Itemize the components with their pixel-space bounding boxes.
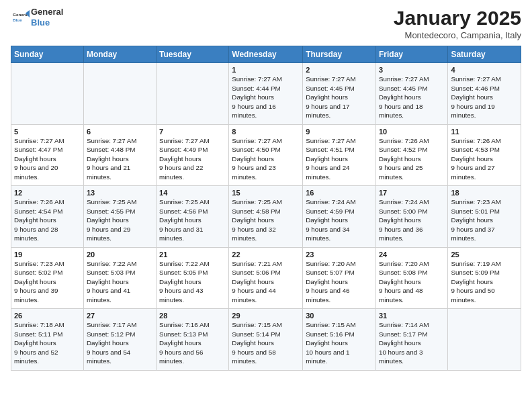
weekday-header-wednesday: Wednesday: [229, 46, 303, 63]
cell-info: Sunrise: 7:25 AMSunset: 4:58 PMDaylight …: [232, 197, 300, 243]
cell-info: Sunrise: 7:14 AMSunset: 5:17 PMDaylight …: [379, 320, 445, 366]
day-number: 8: [232, 128, 300, 136]
cell-info: Sunrise: 7:25 AMSunset: 4:55 PMDaylight …: [87, 197, 153, 243]
calendar-cell: 24Sunrise: 7:20 AMSunset: 5:08 PMDayligh…: [375, 247, 447, 309]
logo-icon: General Blue: [11, 8, 30, 27]
weekday-header-friday: Friday: [375, 46, 447, 63]
calendar-cell: [448, 309, 521, 371]
location-subtitle: Montedecoro, Campania, Italy: [394, 30, 521, 40]
calendar-cell: 3Sunrise: 7:27 AMSunset: 4:45 PMDaylight…: [375, 63, 447, 125]
calendar-page: General Blue General Blue January 2025 M…: [0, 0, 532, 411]
calendar-week-row: 5Sunrise: 7:27 AMSunset: 4:47 PMDaylight…: [11, 124, 521, 186]
cell-info: Sunrise: 7:27 AMSunset: 4:45 PMDaylight …: [379, 75, 445, 120]
cell-info: Sunrise: 7:24 AMSunset: 4:59 PMDaylight …: [306, 197, 373, 243]
day-number: 11: [451, 128, 518, 136]
day-number: 30: [306, 312, 373, 320]
day-number: 2: [306, 66, 373, 74]
day-number: 21: [159, 250, 226, 259]
day-number: 15: [232, 189, 300, 197]
day-number: 14: [159, 189, 226, 197]
cell-info: Sunrise: 7:21 AMSunset: 5:06 PMDaylight …: [232, 259, 300, 305]
calendar-cell: 11Sunrise: 7:26 AMSunset: 4:53 PMDayligh…: [448, 124, 521, 186]
cell-info: Sunrise: 7:15 AMSunset: 5:16 PMDaylight …: [306, 320, 373, 366]
day-number: 5: [14, 128, 81, 136]
calendar-cell: 29Sunrise: 7:15 AMSunset: 5:14 PMDayligh…: [229, 309, 303, 371]
day-number: 7: [159, 128, 226, 136]
day-number: 10: [379, 128, 445, 136]
calendar-cell: 31Sunrise: 7:14 AMSunset: 5:17 PMDayligh…: [375, 309, 447, 371]
calendar-cell: 23Sunrise: 7:20 AMSunset: 5:07 PMDayligh…: [303, 247, 376, 309]
cell-info: Sunrise: 7:17 AMSunset: 5:12 PMDaylight …: [87, 320, 153, 366]
calendar-cell: 6Sunrise: 7:27 AMSunset: 4:48 PMDaylight…: [83, 124, 156, 186]
calendar-cell: 17Sunrise: 7:24 AMSunset: 5:00 PMDayligh…: [375, 186, 447, 248]
calendar-cell: 25Sunrise: 7:19 AMSunset: 5:09 PMDayligh…: [448, 247, 521, 309]
day-number: 31: [379, 312, 445, 320]
cell-info: Sunrise: 7:27 AMSunset: 4:44 PMDaylight …: [232, 75, 300, 120]
day-number: 26: [14, 312, 81, 320]
day-number: 27: [87, 312, 153, 320]
day-number: 20: [87, 250, 153, 259]
cell-info: Sunrise: 7:23 AMSunset: 5:01 PMDaylight …: [451, 197, 518, 243]
day-number: 12: [14, 189, 81, 197]
day-number: 25: [451, 250, 518, 259]
weekday-header-sunday: Sunday: [11, 46, 84, 63]
calendar-cell: [157, 63, 229, 125]
calendar-cell: 26Sunrise: 7:18 AMSunset: 5:11 PMDayligh…: [11, 309, 84, 371]
calendar-cell: 12Sunrise: 7:26 AMSunset: 4:54 PMDayligh…: [11, 186, 84, 248]
month-title: January 2025: [394, 7, 521, 29]
cell-info: Sunrise: 7:27 AMSunset: 4:50 PMDaylight …: [232, 136, 300, 182]
day-number: 1: [232, 66, 300, 74]
calendar-cell: 9Sunrise: 7:27 AMSunset: 4:51 PMDaylight…: [303, 124, 376, 186]
cell-info: Sunrise: 7:22 AMSunset: 5:03 PMDaylight …: [87, 259, 153, 305]
cell-info: Sunrise: 7:20 AMSunset: 5:07 PMDaylight …: [306, 259, 373, 305]
calendar-cell: 8Sunrise: 7:27 AMSunset: 4:50 PMDaylight…: [229, 124, 303, 186]
calendar-week-row: 19Sunrise: 7:23 AMSunset: 5:02 PMDayligh…: [11, 247, 521, 309]
day-number: 13: [87, 189, 153, 197]
cell-info: Sunrise: 7:26 AMSunset: 4:52 PMDaylight …: [379, 136, 445, 182]
calendar-cell: [83, 63, 156, 125]
title-block: January 2025 Montedecoro, Campania, Ital…: [394, 7, 521, 40]
header: General Blue General Blue January 2025 M…: [11, 7, 521, 40]
calendar-cell: 28Sunrise: 7:16 AMSunset: 5:13 PMDayligh…: [157, 309, 229, 371]
cell-info: Sunrise: 7:24 AMSunset: 5:00 PMDaylight …: [379, 197, 445, 243]
cell-info: Sunrise: 7:19 AMSunset: 5:09 PMDaylight …: [451, 259, 518, 305]
cell-info: Sunrise: 7:22 AMSunset: 5:05 PMDaylight …: [159, 259, 226, 305]
calendar-cell: 2Sunrise: 7:27 AMSunset: 4:45 PMDaylight…: [303, 63, 376, 125]
day-number: 16: [306, 189, 373, 197]
weekday-header-tuesday: Tuesday: [157, 46, 229, 63]
cell-info: Sunrise: 7:20 AMSunset: 5:08 PMDaylight …: [379, 259, 445, 305]
logo-blue: Blue: [31, 17, 50, 28]
cell-info: Sunrise: 7:27 AMSunset: 4:46 PMDaylight …: [451, 75, 518, 120]
day-number: 6: [87, 128, 153, 136]
day-number: 22: [232, 250, 300, 259]
calendar-cell: 30Sunrise: 7:15 AMSunset: 5:16 PMDayligh…: [303, 309, 376, 371]
day-number: 29: [232, 312, 300, 320]
day-number: 19: [14, 250, 81, 259]
calendar-cell: 21Sunrise: 7:22 AMSunset: 5:05 PMDayligh…: [157, 247, 229, 309]
cell-info: Sunrise: 7:26 AMSunset: 4:53 PMDaylight …: [451, 136, 518, 182]
calendar-table: SundayMondayTuesdayWednesdayThursdayFrid…: [11, 46, 521, 371]
calendar-cell: 7Sunrise: 7:27 AMSunset: 4:49 PMDaylight…: [157, 124, 229, 186]
weekday-header-row: SundayMondayTuesdayWednesdayThursdayFrid…: [11, 46, 521, 63]
cell-info: Sunrise: 7:27 AMSunset: 4:45 PMDaylight …: [306, 75, 373, 120]
calendar-week-row: 12Sunrise: 7:26 AMSunset: 4:54 PMDayligh…: [11, 186, 521, 248]
cell-info: Sunrise: 7:26 AMSunset: 4:54 PMDaylight …: [14, 197, 81, 243]
calendar-cell: 15Sunrise: 7:25 AMSunset: 4:58 PMDayligh…: [229, 186, 303, 248]
cell-info: Sunrise: 7:18 AMSunset: 5:11 PMDaylight …: [14, 320, 81, 366]
calendar-cell: 4Sunrise: 7:27 AMSunset: 4:46 PMDaylight…: [448, 63, 521, 125]
calendar-week-row: 1Sunrise: 7:27 AMSunset: 4:44 PMDaylight…: [11, 63, 521, 125]
cell-info: Sunrise: 7:27 AMSunset: 4:51 PMDaylight …: [306, 136, 373, 182]
day-number: 24: [379, 250, 445, 259]
cell-info: Sunrise: 7:16 AMSunset: 5:13 PMDaylight …: [159, 320, 226, 366]
day-number: 18: [451, 189, 518, 197]
day-number: 23: [306, 250, 373, 259]
svg-text:Blue: Blue: [13, 17, 22, 22]
weekday-header-saturday: Saturday: [448, 46, 521, 63]
day-number: 28: [159, 312, 226, 320]
calendar-cell: 14Sunrise: 7:25 AMSunset: 4:56 PMDayligh…: [157, 186, 229, 248]
cell-info: Sunrise: 7:23 AMSunset: 5:02 PMDaylight …: [14, 259, 81, 305]
calendar-cell: 13Sunrise: 7:25 AMSunset: 4:55 PMDayligh…: [83, 186, 156, 248]
day-number: 9: [306, 128, 373, 136]
cell-info: Sunrise: 7:15 AMSunset: 5:14 PMDaylight …: [232, 320, 300, 366]
day-number: 3: [379, 66, 445, 74]
